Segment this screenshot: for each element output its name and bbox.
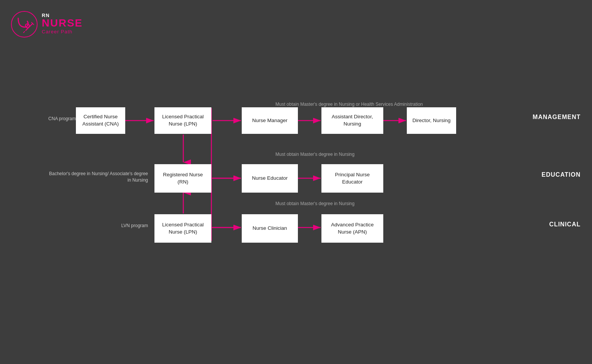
management-category: MANAGEMENT <box>533 114 581 121</box>
lpn-top-node: Licensed Practical Nurse (LPN) <box>154 107 211 134</box>
lvn-program-label: LVN program <box>83 223 148 229</box>
bachelors-label: Bachelor's degree in Nursing/ Associate'… <box>46 171 148 184</box>
logo: RN NURSE Career Path <box>11 11 83 38</box>
director-node: Director, Nursing <box>407 107 456 134</box>
cna-node: Certified Nurse Assistant (CNA) <box>76 107 125 134</box>
logo-icon <box>11 11 38 38</box>
asst-director-node: Assistant Director, Nursing <box>321 107 383 134</box>
education-category: EDUCATION <box>542 171 581 178</box>
cna-program-label: CNA program <box>23 116 76 122</box>
logo-text: RN NURSE Career Path <box>42 13 83 35</box>
clinical-note: Must obtain Master's degree in Nursing <box>235 201 395 206</box>
nurse-educator-node: Nurse Educator <box>242 164 298 193</box>
rn-node: Registered Nurse (RN) <box>154 164 211 193</box>
nurse-manager-node: Nurse Manager <box>242 107 298 134</box>
svg-line-4 <box>24 31 25 33</box>
nurse-clinician-node: Nurse Clinician <box>242 214 298 243</box>
education-note: Must obtain Master's degree in Nursing <box>235 152 395 157</box>
management-note: Must obtain Master's degree in Nursing o… <box>235 102 463 107</box>
nurse-label: NURSE <box>42 18 83 28</box>
career-path-diagram: Must obtain Master's degree in Nursing o… <box>0 76 592 288</box>
principal-nurse-educator-node: Principal Nurse Educator <box>321 164 383 193</box>
clinical-category: CLINICAL <box>549 221 581 228</box>
apn-node: Advanced Practice Nurse (APN) <box>321 214 383 243</box>
career-label: Career Path <box>42 28 83 35</box>
lpn-bottom-node: Licensed Practical Nurse (LPN) <box>154 214 211 243</box>
